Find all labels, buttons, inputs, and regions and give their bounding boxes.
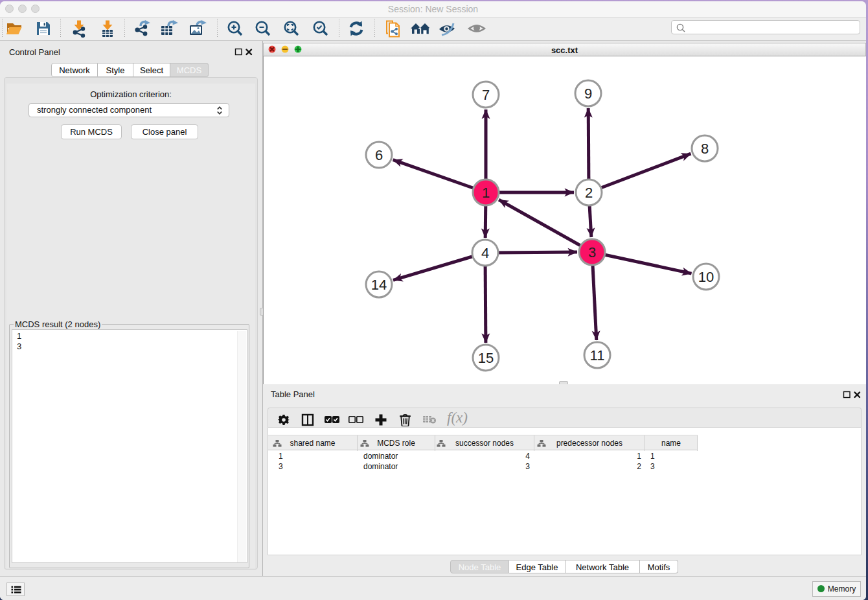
svg-text:11: 11 — [590, 347, 605, 363]
svg-text:15: 15 — [478, 350, 494, 366]
svg-text:2: 2 — [585, 185, 593, 201]
svg-text:14: 14 — [371, 277, 387, 293]
svg-text:1: 1 — [482, 185, 490, 201]
svg-text:10: 10 — [698, 269, 714, 285]
svg-text:7: 7 — [482, 87, 490, 103]
svg-text:4: 4 — [481, 245, 489, 261]
svg-text:9: 9 — [584, 86, 592, 102]
svg-text:3: 3 — [588, 244, 596, 260]
svg-text:6: 6 — [375, 147, 383, 163]
svg-text:8: 8 — [701, 141, 709, 157]
